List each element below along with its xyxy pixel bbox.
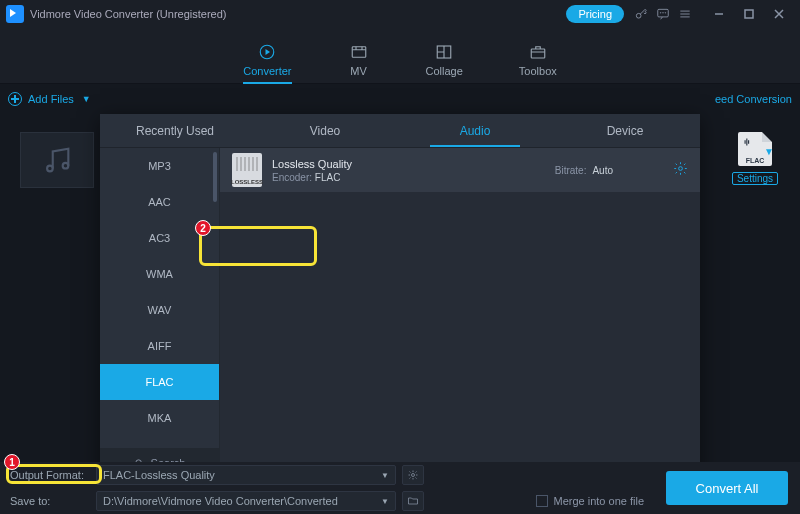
bitrate-value: Auto	[592, 165, 613, 176]
add-files-button[interactable]: Add Files ▼	[8, 92, 91, 106]
tab-mv[interactable]: MV	[348, 43, 370, 79]
title-bar: Vidmore Video Converter (Unregistered) P…	[0, 0, 800, 28]
tab-toolbox-label: Toolbox	[519, 65, 557, 77]
save-to-value: D:\Vidmore\Vidmore Video Converter\Conve…	[103, 495, 338, 507]
svg-point-13	[63, 163, 69, 169]
svg-rect-11	[531, 49, 545, 58]
chevron-down-icon: ▼	[381, 497, 389, 506]
profile-row-lossless[interactable]: LOSSLESS Lossless Quality Encoder: FLAC …	[220, 148, 700, 192]
key-icon-button[interactable]	[630, 3, 652, 25]
svg-rect-7	[745, 10, 753, 18]
chevron-down-icon: ▼	[381, 471, 389, 480]
svg-point-5	[663, 13, 664, 14]
minimize-button[interactable]	[704, 0, 734, 28]
svg-point-16	[412, 474, 415, 477]
format-picker-popup: Recently Used Video Audio Device MP3 AAC…	[100, 114, 700, 478]
tab-video[interactable]: Video	[250, 114, 400, 147]
save-to-label: Save to:	[10, 495, 90, 507]
tab-converter-label: Converter	[243, 65, 291, 77]
plus-icon	[8, 92, 22, 106]
chevron-down-icon: ▼	[82, 94, 91, 104]
format-list[interactable]: MP3 AAC AC3 WMA WAV AIFF FLAC MKA Search	[100, 148, 220, 478]
feedback-icon-button[interactable]	[652, 3, 674, 25]
file-thumbnail[interactable]	[20, 132, 94, 188]
svg-point-15	[679, 167, 683, 171]
profile-text: Lossless Quality Encoder: FLAC	[272, 158, 352, 183]
tab-mv-label: MV	[350, 65, 367, 77]
app-window: Vidmore Video Converter (Unregistered) P…	[0, 0, 800, 514]
module-tabs: Converter MV Collage Toolbox	[0, 28, 800, 84]
profile-bitrate: Bitrate: Auto	[555, 165, 613, 176]
annotation-badge-2: 2	[195, 220, 211, 236]
pricing-label: Pricing	[578, 8, 612, 20]
format-item-aiff[interactable]: AIFF	[100, 328, 219, 364]
toolbar: Add Files ▼ eed Conversion	[0, 84, 800, 114]
main-area: FLAC ▼ Settings Recently Used Video Audi…	[0, 114, 800, 462]
profile-settings-button[interactable]	[673, 161, 688, 179]
merge-label: Merge into one file	[554, 495, 645, 507]
annotation-badge-1: 1	[4, 454, 20, 470]
scrollbar-thumb[interactable]	[213, 152, 217, 202]
music-note-icon	[40, 143, 74, 177]
bitrate-label: Bitrate:	[555, 165, 587, 176]
window-controls	[704, 0, 794, 28]
format-category-tabs: Recently Used Video Audio Device	[100, 114, 700, 148]
format-item-mp3[interactable]: MP3	[100, 148, 219, 184]
profile-thumb-icon: LOSSLESS	[232, 153, 262, 187]
settings-link[interactable]: Settings	[732, 172, 778, 185]
output-format-code: FLAC	[746, 157, 765, 164]
profile-pane: LOSSLESS Lossless Quality Encoder: FLAC …	[220, 148, 700, 478]
svg-point-2	[636, 13, 641, 18]
output-format-value: FLAC-Lossless Quality	[103, 469, 215, 481]
app-logo-icon	[6, 5, 24, 23]
profile-encoder: Encoder: FLAC	[272, 172, 352, 183]
collage-icon	[433, 43, 455, 61]
profile-title: Lossless Quality	[272, 158, 352, 170]
pricing-button[interactable]: Pricing	[566, 5, 624, 23]
bottom-bar: Output Format: FLAC-Lossless Quality ▼ S…	[0, 462, 800, 514]
add-files-label: Add Files	[28, 93, 74, 105]
tab-audio[interactable]: Audio	[400, 114, 550, 147]
format-item-wma[interactable]: WMA	[100, 256, 219, 292]
close-button[interactable]	[764, 0, 794, 28]
format-item-aac[interactable]: AAC	[100, 184, 219, 220]
svg-point-12	[47, 166, 53, 172]
maximize-button[interactable]	[734, 0, 764, 28]
chevron-down-icon[interactable]: ▼	[764, 146, 774, 157]
output-format-select[interactable]: FLAC-Lossless Quality ▼	[96, 465, 396, 485]
menu-icon-button[interactable]	[674, 3, 696, 25]
output-format-tile: FLAC ▼ Settings	[730, 132, 780, 185]
svg-point-6	[665, 13, 666, 14]
profile-thumb-label: LOSSLESS	[231, 179, 263, 185]
output-format-settings-button[interactable]	[402, 465, 424, 485]
svg-rect-9	[352, 47, 366, 58]
convert-all-button[interactable]: Convert All	[666, 471, 788, 505]
tab-toolbox[interactable]: Toolbox	[519, 43, 557, 79]
mv-icon	[348, 43, 370, 61]
format-item-flac[interactable]: FLAC	[100, 364, 219, 400]
format-item-mka[interactable]: MKA	[100, 400, 219, 436]
toolbox-icon	[527, 43, 549, 61]
tab-collage-label: Collage	[426, 65, 463, 77]
high-speed-conversion-toggle[interactable]: eed Conversion	[715, 93, 792, 105]
encoder-value: FLAC	[315, 172, 341, 183]
save-to-select[interactable]: D:\Vidmore\Vidmore Video Converter\Conve…	[96, 491, 396, 511]
tab-converter[interactable]: Converter	[243, 43, 291, 79]
app-title: Vidmore Video Converter (Unregistered)	[30, 8, 226, 20]
merge-checkbox[interactable]: Merge into one file	[536, 495, 645, 507]
open-folder-button[interactable]	[402, 491, 424, 511]
converter-icon	[256, 43, 278, 61]
encoder-label: Encoder:	[272, 172, 312, 183]
checkbox-box-icon	[536, 495, 548, 507]
svg-point-4	[660, 13, 661, 14]
format-item-wav[interactable]: WAV	[100, 292, 219, 328]
tab-recently-used[interactable]: Recently Used	[100, 114, 250, 147]
output-format-label: Output Format:	[10, 469, 90, 481]
tab-device[interactable]: Device	[550, 114, 700, 147]
audio-wave-icon	[741, 135, 755, 149]
tab-collage[interactable]: Collage	[426, 43, 463, 79]
